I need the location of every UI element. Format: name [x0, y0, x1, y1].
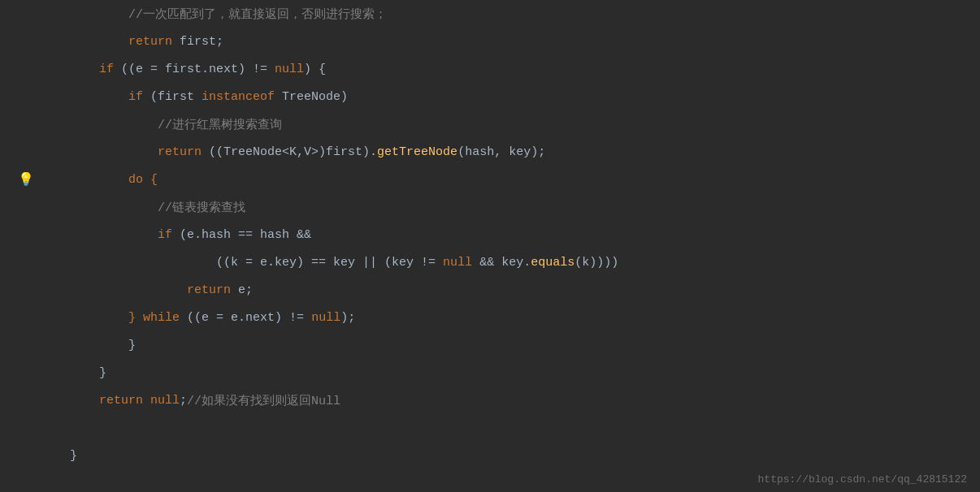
indent-3 [41, 63, 99, 76]
code-line-11: return e; [0, 276, 980, 304]
code-line-3: if ((e = first.next) != null) { [0, 55, 980, 83]
code-line-6: return ((TreeNode<K,V>)first).getTreeNod… [0, 138, 980, 166]
code-line-9: if (e.hash == hash && [0, 221, 980, 248]
code-line-13: } [0, 331, 980, 359]
code-line-1: //一次匹配到了，就直接返回，否则进行搜索； [0, 0, 980, 28]
code-line-15: return null;//如果没有找到则返回Null [0, 386, 980, 414]
code-line-7: 💡 do { [0, 166, 980, 193]
code-line-8: //链表搜索查找 [0, 193, 980, 221]
footer-url: https://blog.csdn.net/qq_42815122 [758, 473, 967, 486]
code-line-17: } [0, 442, 980, 469]
bulb-icon: 💡 [18, 171, 34, 188]
space-1: first; [172, 35, 223, 49]
line-indicator-7: 💡 [0, 166, 41, 193]
code-line-4: if (first instanceof TreeNode) [0, 83, 980, 110]
code-editor: //一次匹配到了，就直接返回，否则进行搜索； return first; if … [0, 0, 980, 492]
keyword-if-1: if [99, 63, 114, 76]
code-line-12: } while ((e = e.next) != null); [0, 304, 980, 331]
code-line-10: ((k = e.key) == key || (key != null && k… [0, 248, 980, 276]
code-line-16 [0, 414, 980, 442]
code-line-14: } [0, 359, 980, 386]
comment-1: //一次匹配到了，就直接返回，否则进行搜索； [41, 6, 387, 22]
code-line-2: return first; [0, 28, 980, 55]
keyword-return-1: return [41, 35, 172, 49]
code-line-5: //进行红黑树搜索查询 [0, 110, 980, 138]
